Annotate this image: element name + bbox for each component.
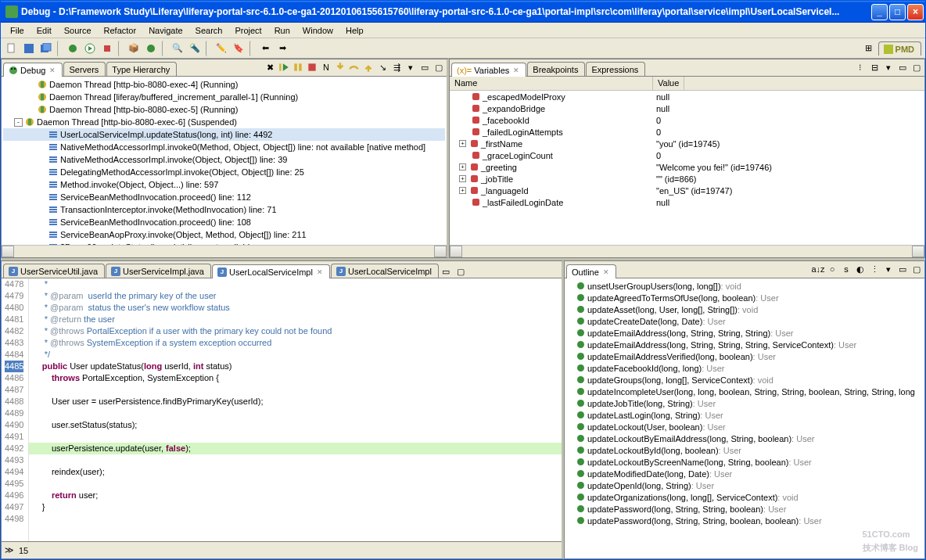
outline-method[interactable]: updatePassword(long, String, String, boo… xyxy=(566,503,923,515)
variable-row[interactable]: _escapedModelProxynull xyxy=(450,91,924,102)
outline-method[interactable]: updatePassword(long, String, String, boo… xyxy=(566,515,923,526)
outline-method[interactable]: updateLockoutByEmailAddress(long, String… xyxy=(566,433,923,444)
remove-icon[interactable]: ✖ xyxy=(264,61,276,74)
minimize-pane-icon[interactable]: ▭ xyxy=(418,61,431,74)
minimize-button[interactable]: _ xyxy=(871,4,888,20)
stack-frame[interactable]: ServiceBeanAopProxy.invoke(Object, Metho… xyxy=(3,228,445,241)
pmd-perspective[interactable]: PMD xyxy=(878,41,921,56)
outline-method[interactable]: updateOrganizations(long, long[], Servic… xyxy=(566,491,923,503)
stack-frame[interactable]: DelegatingMethodAccessorImpl.invoke(Obje… xyxy=(3,166,445,178)
use-step-filters-icon[interactable]: ⇶ xyxy=(390,61,403,74)
outline-method[interactable]: updateFacebookId(long, long) : User xyxy=(566,362,923,374)
back-icon[interactable]: ⬅ xyxy=(257,41,273,56)
maximize-button[interactable]: □ xyxy=(889,4,906,20)
stack-frame[interactable]: NativeMethodAccessorImpl.invoke0(Method,… xyxy=(3,141,445,153)
minimize-pane-icon[interactable]: ▭ xyxy=(896,263,909,275)
stack-frame[interactable]: ServiceBeanMethodInvocation.proceed() li… xyxy=(3,216,445,228)
tab-debug[interactable]: Debug✕ xyxy=(3,63,63,77)
new-icon[interactable] xyxy=(4,41,20,56)
outline-method[interactable]: updateAgreedToTermsOfUse(long, boolean) … xyxy=(566,292,923,303)
minimize-pane-icon[interactable]: ▭ xyxy=(440,265,452,278)
titlebar[interactable]: Debug - D:\Framework Study\Liferay\lifer… xyxy=(1,1,925,23)
hide-local-icon[interactable]: ⋮ xyxy=(868,263,881,275)
outline-method[interactable]: updateOpenId(long, String) : User xyxy=(566,479,923,491)
drop-frame-icon[interactable]: ↘ xyxy=(376,61,389,74)
variable-row[interactable]: _facebookId0 xyxy=(450,114,924,126)
hide-nonpublic-icon[interactable]: ◐ xyxy=(854,263,867,275)
close-button[interactable]: × xyxy=(907,4,924,20)
stack-frame[interactable]: Daemon Thread [http-bio-8080-exec-4] (Ru… xyxy=(3,78,445,91)
variables-body[interactable]: _escapedModelProxynull_expandoBridgenull… xyxy=(450,91,924,245)
variable-row[interactable]: _graceLoginCount0 xyxy=(450,149,924,161)
menu-run[interactable]: Run xyxy=(268,24,296,37)
stack-frame[interactable]: Daemon Thread [http-bio-8080-exec-5] (Ru… xyxy=(3,103,445,116)
variable-row[interactable]: +_jobTitle"" (id=866) xyxy=(450,173,924,185)
col-name[interactable]: Name xyxy=(450,77,653,90)
maximize-pane-icon[interactable]: ▢ xyxy=(454,265,467,278)
variable-row[interactable]: +_firstName"you" (id=19745) xyxy=(450,138,924,149)
stack-frame[interactable]: Daemon Thread [liferay/buffered_incremen… xyxy=(3,91,445,103)
terminate-icon[interactable] xyxy=(306,61,318,74)
outline-method[interactable]: updateModifiedDate(long, Date) : User xyxy=(566,468,923,479)
bookmark-icon[interactable]: 🔖 xyxy=(231,41,246,56)
outline-method[interactable]: updateLockoutByScreenName(long, String, … xyxy=(566,456,923,468)
maximize-pane-icon[interactable]: ▢ xyxy=(432,61,445,74)
step-into-icon[interactable] xyxy=(334,61,346,74)
outline-method[interactable]: updateEmailAddress(long, String, String,… xyxy=(566,339,923,350)
col-value[interactable]: Value xyxy=(653,77,684,90)
variable-row[interactable]: +_languageId"en_US" (id=19747) xyxy=(450,185,924,196)
code-body[interactable]: * * @param userId the primary key of the… xyxy=(29,278,562,541)
outline-method[interactable]: updateEmailAddressVerified(long, boolean… xyxy=(566,350,923,362)
editor-tab[interactable]: JUserServiceUtil.java xyxy=(3,264,105,278)
scrollbar[interactable] xyxy=(2,245,447,257)
minimize-pane-icon[interactable]: ▭ xyxy=(896,61,909,74)
outline-method[interactable]: updateJobTitle(long, String) : User xyxy=(566,397,923,409)
outline-method[interactable]: updateLockout(User, boolean) : User xyxy=(566,421,923,433)
suspend-icon[interactable] xyxy=(292,61,304,74)
variable-row[interactable]: _lastFailedLoginDatenull xyxy=(450,196,924,208)
new-class-icon[interactable] xyxy=(143,41,159,56)
ext-tools-icon[interactable] xyxy=(99,41,115,56)
resume-icon[interactable] xyxy=(278,61,290,74)
tab-variables[interactable]: (x)= Variables✕ xyxy=(451,63,526,77)
menu-edit[interactable]: Edit xyxy=(31,24,58,37)
show-type-icon[interactable]: ⁝ xyxy=(854,61,867,74)
debug-tree[interactable]: Daemon Thread [http-bio-8080-exec-4] (Ru… xyxy=(2,77,447,245)
scrollbar[interactable] xyxy=(450,245,924,257)
menu-search[interactable]: Search xyxy=(189,24,229,37)
hide-static-icon[interactable]: s xyxy=(840,263,852,275)
disconnect-icon[interactable]: N xyxy=(320,61,332,74)
maximize-pane-icon[interactable]: ▢ xyxy=(910,263,923,275)
editor-tab[interactable]: JUserLocalServiceImpl xyxy=(331,264,439,278)
forward-icon[interactable]: ➡ xyxy=(275,41,290,56)
outline-method[interactable]: updateEmailAddress(long, String, String,… xyxy=(566,327,923,339)
menu-icon[interactable]: ▾ xyxy=(882,61,895,74)
editor-footer-tab[interactable]: ≫15 xyxy=(2,541,562,558)
step-over-icon[interactable] xyxy=(348,61,361,74)
maximize-pane-icon[interactable]: ▢ xyxy=(910,61,923,74)
outline-method[interactable]: updateLastLogin(long, String) : User xyxy=(566,409,923,421)
step-return-icon[interactable] xyxy=(362,61,375,74)
pencil-icon[interactable]: ✏️ xyxy=(214,41,229,56)
open-type-icon[interactable]: 🔍 xyxy=(170,41,185,56)
outline-method[interactable]: updateIncompleteUser(long, long, boolean… xyxy=(566,386,923,397)
menu-file[interactable]: File xyxy=(4,24,31,37)
outline-method[interactable]: unsetUserGroupUsers(long, long[]) : void xyxy=(566,280,923,292)
variable-row[interactable]: +_greeting"Welcome you fei!" (id=19746) xyxy=(450,161,924,173)
search-icon[interactable]: 🔦 xyxy=(187,41,203,56)
stack-frame[interactable]: -Daemon Thread [http-bio-8080-exec-6] (S… xyxy=(3,116,445,128)
menu-refactor[interactable]: Refactor xyxy=(98,24,143,37)
stack-frame[interactable]: ServiceBeanMethodInvocation.proceed() li… xyxy=(3,191,445,203)
menu-source[interactable]: Source xyxy=(58,24,98,37)
outline-method[interactable]: updateCreateDate(long, Date) : User xyxy=(566,315,923,327)
tab-expressions[interactable]: Expressions xyxy=(586,62,645,76)
stack-frame[interactable]: UserLocalServiceImpl.updateStatus(long, … xyxy=(3,128,445,141)
outline-method[interactable]: updateLockoutById(long, boolean) : User xyxy=(566,444,923,456)
menu-navigate[interactable]: Navigate xyxy=(142,24,188,37)
debug-icon[interactable] xyxy=(65,41,81,56)
menu-help[interactable]: Help xyxy=(339,24,370,37)
editor-tab[interactable]: JUserServiceImpl.java xyxy=(106,264,211,278)
save-icon[interactable] xyxy=(21,41,37,56)
menu-icon[interactable]: ▾ xyxy=(404,61,417,74)
code-editor[interactable]: 4478447944804481448244834484448544864487… xyxy=(2,278,562,541)
